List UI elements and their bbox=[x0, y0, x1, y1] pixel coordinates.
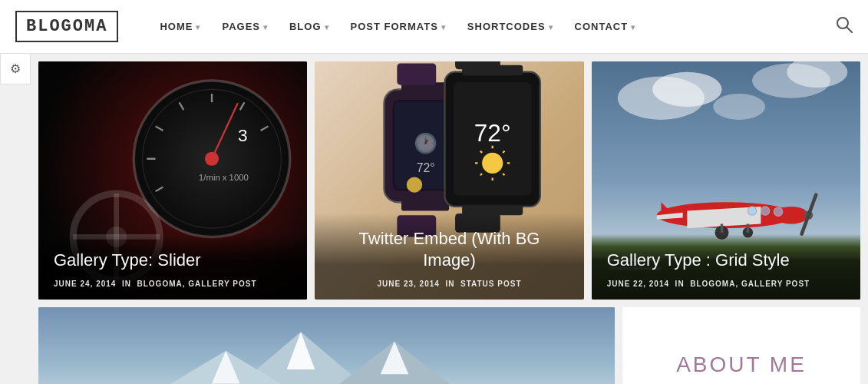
svg-line-41 bbox=[480, 151, 482, 153]
card-2-title: Twitter Embed (With BG Image) bbox=[330, 228, 568, 272]
chevron-down-icon: ▾ bbox=[631, 23, 635, 31]
card-gallery-grid[interactable]: Gallery Type : Grid Style JUNE 22, 2014 … bbox=[592, 61, 860, 300]
svg-point-69 bbox=[761, 207, 769, 215]
svg-point-52 bbox=[713, 94, 765, 120]
svg-text:1/min x 1000: 1/min x 1000 bbox=[199, 173, 249, 182]
main-nav: HOME ▾ PAGES ▾ BLOG ▾ POST FORMATS ▾ SHO… bbox=[149, 0, 836, 54]
card-1-title: Gallery Type: Slider bbox=[54, 250, 292, 272]
search-button[interactable] bbox=[836, 16, 853, 37]
chevron-down-icon: ▾ bbox=[441, 23, 446, 31]
nav-item-shortcodes[interactable]: SHORTCODES ▾ bbox=[457, 0, 564, 54]
svg-text:3: 3 bbox=[238, 126, 248, 145]
chevron-down-icon: ▾ bbox=[263, 23, 268, 31]
svg-line-44 bbox=[480, 174, 482, 175]
svg-point-15 bbox=[205, 152, 219, 166]
svg-line-42 bbox=[503, 174, 505, 175]
svg-text:72°: 72° bbox=[474, 119, 511, 147]
cards-row: 3 1/min x 1000 Gallery Type: Slider JUNE… bbox=[38, 61, 860, 300]
card-twitter-embed[interactable]: 🕐 72° bbox=[315, 61, 583, 300]
card-3-title: Gallery Type : Grid Style bbox=[607, 250, 845, 272]
svg-line-43 bbox=[503, 151, 505, 153]
svg-rect-32 bbox=[455, 61, 500, 69]
card-3-meta: JUNE 22, 2014 IN BLOGOMA, GALLERY POST bbox=[607, 280, 845, 288]
nav-item-home[interactable]: HOME ▾ bbox=[149, 0, 211, 54]
svg-point-49 bbox=[652, 72, 721, 107]
gear-icon: ⚙ bbox=[10, 61, 21, 76]
svg-point-46 bbox=[407, 177, 422, 192]
about-me-title: ABOUT ME bbox=[676, 353, 807, 377]
chevron-down-icon: ▾ bbox=[196, 23, 200, 31]
svg-text:72°: 72° bbox=[417, 161, 435, 174]
svg-point-70 bbox=[748, 207, 756, 215]
nav-item-post-formats[interactable]: POST FORMATS ▾ bbox=[340, 0, 457, 54]
card-1-meta: JUNE 24, 2014 IN BLOGOMA, GALLERY POST bbox=[54, 280, 292, 288]
about-me-panel: ABOUT ME bbox=[622, 307, 860, 384]
nav-item-blog[interactable]: BLOG ▾ bbox=[279, 0, 340, 54]
svg-point-36 bbox=[482, 153, 503, 174]
card-2-overlay: Twitter Embed (With BG Image) JUNE 23, 2… bbox=[315, 213, 583, 300]
chevron-down-icon: ▾ bbox=[325, 23, 329, 31]
card-3-overlay: Gallery Type : Grid Style JUNE 22, 2014 … bbox=[592, 234, 860, 300]
chevron-down-icon: ▾ bbox=[549, 23, 553, 31]
settings-sidebar-button[interactable]: ⚙ bbox=[0, 54, 31, 84]
site-logo[interactable]: BLOGOMA bbox=[15, 11, 118, 42]
site-header: BLOGOMA HOME ▾ PAGES ▾ BLOG ▾ POST FORMA… bbox=[0, 0, 868, 54]
svg-line-1 bbox=[847, 27, 852, 32]
svg-point-68 bbox=[774, 207, 782, 216]
svg-text:🕐: 🕐 bbox=[414, 131, 438, 155]
card-gallery-slider[interactable]: 3 1/min x 1000 Gallery Type: Slider JUNE… bbox=[38, 61, 307, 300]
nav-item-contact[interactable]: CONTACT ▾ bbox=[564, 0, 647, 54]
bottom-row: ABOUT ME bbox=[38, 307, 860, 384]
nav-item-pages[interactable]: PAGES ▾ bbox=[211, 0, 279, 54]
mountain-image[interactable] bbox=[38, 307, 615, 384]
main-content: 3 1/min x 1000 Gallery Type: Slider JUNE… bbox=[31, 54, 868, 384]
svg-rect-25 bbox=[398, 63, 437, 84]
card-1-overlay: Gallery Type: Slider JUNE 24, 2014 IN BL… bbox=[38, 234, 307, 300]
svg-rect-23 bbox=[401, 200, 449, 211]
card-2-meta: JUNE 23, 2014 IN STATUS POST bbox=[330, 280, 568, 288]
